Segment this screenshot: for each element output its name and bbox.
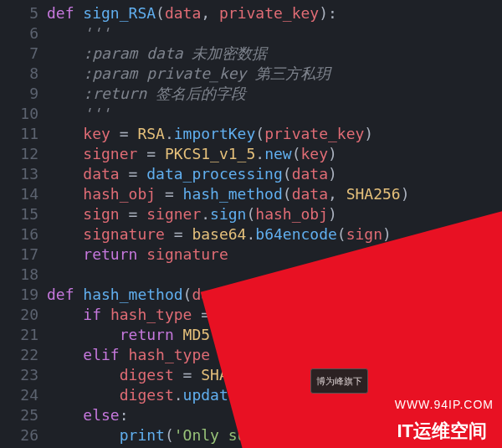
line-number: 12	[5, 144, 38, 164]
code-line: def sign_RSA(data, private_key):	[47, 3, 502, 23]
line-number: 13	[5, 164, 38, 184]
line-number: 26	[5, 425, 38, 445]
line-number: 11	[5, 124, 38, 144]
code-line: hash_obj = hash_method(data, SHA256)	[47, 184, 502, 204]
code-line: data = data_processing(data)	[47, 164, 502, 184]
line-number: 21	[5, 325, 38, 345]
watermark-tag: 博为峰旗下	[310, 368, 368, 394]
line-number: 18	[5, 265, 38, 285]
line-gutter: 567891011121314151617181920212223242526	[0, 3, 47, 445]
line-number: 20	[5, 305, 38, 325]
domain-label: WWW.94IP.COM	[395, 394, 494, 415]
line-number: 14	[5, 184, 38, 204]
line-number: 25	[5, 405, 38, 425]
line-number: 16	[5, 224, 38, 245]
code-line: '''	[47, 104, 502, 124]
line-number: 9	[5, 84, 38, 104]
line-number: 8	[5, 64, 38, 84]
code-line: signer = PKCS1_v1_5.new(key)	[47, 144, 502, 164]
line-number: 19	[5, 285, 38, 305]
code-line: :return 签名后的字段	[47, 84, 502, 104]
code-line: key = RSA.importKey(private_key)	[47, 124, 502, 144]
line-number: 22	[5, 345, 38, 365]
code-line: :param data 未加密数据	[47, 44, 502, 64]
code-line: sign = signer.sign(hash_obj)	[47, 204, 502, 224]
line-number: 15	[5, 204, 38, 224]
line-number: 23	[5, 365, 38, 385]
line-number: 6	[5, 23, 38, 44]
line-number: 10	[5, 104, 38, 124]
line-number: 7	[5, 44, 38, 64]
line-number: 5	[5, 3, 38, 23]
line-number: 17	[5, 245, 38, 265]
code-line: :param private_key 第三方私玥	[47, 64, 502, 84]
footer-text: IT运维空间	[397, 421, 487, 441]
code-line: '''	[47, 23, 502, 44]
line-number: 24	[5, 385, 38, 405]
